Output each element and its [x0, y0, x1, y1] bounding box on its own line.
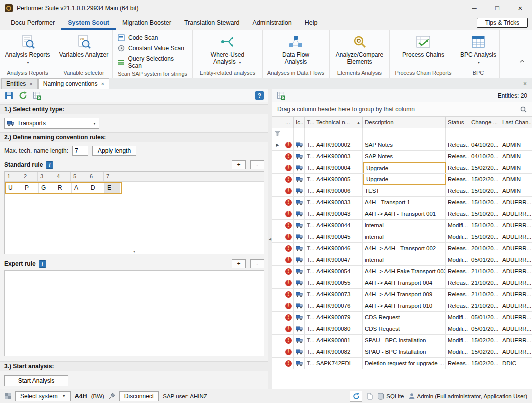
table-row[interactable]: ▶ ! T... A4HK900003 SAP Notes Releas... …	[272, 151, 532, 162]
splitter-collapse-icon[interactable]: ◀	[269, 237, 271, 241]
rule-column-header[interactable]: 3	[38, 172, 54, 181]
grid-filter-row[interactable]	[272, 128, 532, 139]
column-header-description[interactable]: Description	[363, 117, 446, 128]
table-row[interactable]: ▶ ! T... A4HK900081 SPAU - BPC Installat…	[272, 335, 532, 346]
query-selections-scan-button[interactable]: Query Selections Scan	[118, 55, 187, 69]
close-button[interactable]: ×	[509, 0, 532, 16]
maximize-button[interactable]: □	[486, 0, 509, 16]
tab-help[interactable]: Help	[298, 17, 324, 30]
rule-column-header[interactable]: 7	[104, 172, 120, 181]
variables-analyzer-button[interactable]: Variables Analyzer	[59, 32, 109, 58]
table-row[interactable]: ▶ ! T... A4HK900055 A4H -> A4H Transport…	[272, 277, 532, 289]
table-row[interactable]: ▶ ! T... A4HK900045 internal Modifi... 1…	[272, 231, 532, 243]
expert-rule-label: Expert rule	[4, 260, 36, 267]
column-header-icon[interactable]: Ic...	[294, 117, 305, 128]
table-row[interactable]: ▶ ! T... A4HK900073 A4H -> A4H Transport…	[272, 289, 532, 300]
analysis-reports-button[interactable]: Analysis Reports ▼	[3, 32, 53, 66]
table-row[interactable]: ▶ ! T... A4HK900044 internal Modifi... 1…	[272, 220, 532, 231]
rule-cell[interactable]: U	[6, 183, 22, 193]
rule-column-header[interactable]: 2	[21, 172, 38, 181]
cell-status: Releas...	[446, 174, 469, 185]
column-header-status[interactable]: Status	[446, 117, 469, 128]
chevron-down-icon[interactable]: ▼	[90, 118, 99, 128]
constant-value-scan-button[interactable]: Constant Value Scan	[118, 45, 187, 52]
rule-cell[interactable]: R	[55, 183, 72, 193]
expander-icon[interactable]: ▼	[133, 250, 136, 253]
disconnect-button[interactable]: Disconnect	[119, 391, 159, 401]
sync-button[interactable]	[350, 391, 362, 402]
group-by-panel[interactable]: Drag a column header here to group by th…	[272, 102, 532, 117]
apply-length-button[interactable]: Apply length	[92, 146, 136, 156]
rule-cell[interactable]: P	[22, 183, 39, 193]
minimize-button[interactable]: ─	[463, 0, 486, 16]
table-row[interactable]: ▶ ! T... A4HK900006 TEST Releas... 15/10…	[272, 185, 532, 197]
column-header-technical-name[interactable]: Technical n... ▲	[314, 117, 363, 128]
where-used-analysis-button[interactable]: Where-Used Analysis ▼	[203, 32, 253, 66]
column-header-change-date[interactable]: Change ...	[469, 117, 500, 128]
process-chains-button[interactable]: Process Chains	[402, 32, 444, 58]
help-button[interactable]: ?	[255, 91, 264, 100]
remove-rule-button[interactable]: -	[250, 160, 264, 169]
tab-close-icon[interactable]: ×	[101, 81, 104, 87]
max-length-input[interactable]	[72, 146, 88, 156]
table-row[interactable]: ▶ ! T... A4HK900080 CDS Request Modifi..…	[272, 323, 532, 335]
rule-column-header[interactable]: 5	[71, 172, 87, 181]
table-row[interactable]: ▶ ! T... SAPK742EDL Deletion request for…	[272, 358, 532, 369]
rule-column-header[interactable]: 4	[54, 172, 71, 181]
rule-cell[interactable]: G	[39, 183, 55, 193]
table-row[interactable]: ▶ ! T... A4HK900054 A4H -> A4H Fake Tran…	[272, 266, 532, 277]
select-system-button[interactable]: Select system ▼	[15, 391, 71, 401]
rule-cell[interactable]: A	[72, 183, 88, 193]
table-row[interactable]: ▶ ! T... A4HK900005 Upgrade Releas... 15…	[272, 174, 532, 185]
tab-system-scout[interactable]: System Scout	[61, 17, 116, 30]
panel-splitter[interactable]: ◀	[268, 89, 272, 389]
rule-cell[interactable]: E	[105, 183, 120, 193]
table-row[interactable]: ▶ ! T... A4HK900002 SAP Notes Releas... …	[272, 139, 532, 151]
add-rule-button[interactable]: +	[232, 160, 246, 169]
table-row[interactable]: ▶ ! T... A4HK900079 CDS Request Modifi..…	[272, 312, 532, 323]
doc-tab-naming-conventions[interactable]: Naming conventions ×	[38, 78, 109, 89]
rule-cell[interactable]: D	[88, 183, 105, 193]
cell-type: T...	[305, 185, 314, 196]
table-row[interactable]: ▶ ! T... A4HK900043 A4H -> A4H - Transpo…	[272, 208, 532, 220]
table-row[interactable]: ▶ ! T... A4HK900046 A4H -> A4H - Transpo…	[272, 243, 532, 254]
code-scan-button[interactable]: Code Scan	[118, 34, 187, 41]
export-excel-button[interactable]	[277, 91, 285, 100]
column-header-last-changed[interactable]: Last Chan...	[500, 117, 532, 128]
table-row[interactable]: ▶ ! T... A4HK900004 Upgrade Releas... 15…	[272, 162, 532, 174]
tips-and-tricks-button[interactable]: Tips & Tricks	[477, 18, 528, 28]
tab-translation-steward[interactable]: Translation Steward	[178, 17, 246, 30]
tab-administration[interactable]: Administration	[246, 17, 298, 30]
filter-funnel-icon[interactable]	[275, 131, 280, 136]
remove-expert-rule-button[interactable]: -	[250, 259, 264, 268]
analyze-compare-elements-button[interactable]: Analyze/Compare Elements	[335, 32, 385, 65]
tab-migration-booster[interactable]: Migration Booster	[116, 17, 178, 30]
tab-close-icon[interactable]: ×	[29, 81, 32, 87]
bpc-analysis-button[interactable]: BPC Analysis ▼	[457, 32, 499, 66]
info-icon[interactable]: i	[39, 260, 46, 268]
tab-docu-performer[interactable]: Docu Performer	[4, 17, 61, 30]
table-row[interactable]: ▶ ! T... A4HK900082 SPAU - BPC Installat…	[272, 346, 532, 358]
export-excel-button[interactable]	[33, 91, 41, 100]
warning-icon: !	[285, 257, 292, 263]
info-icon[interactable]: i	[46, 161, 53, 169]
tabstrip-close-icon[interactable]: ×	[523, 81, 527, 87]
rule-column-header[interactable]: 1	[5, 172, 21, 181]
table-row[interactable]: ▶ ! T... A4HK900076 A4H -> A4H Transport…	[272, 300, 532, 312]
ribbon-collapse-button[interactable]	[520, 60, 525, 63]
table-row[interactable]: ▶ ! T... A4HK900033 A4H - Transport 1 Re…	[272, 197, 532, 208]
rule-column-header[interactable]: 6	[87, 172, 104, 181]
data-flow-analysis-button[interactable]: Data Flow Analysis	[271, 32, 321, 65]
expert-rule-grid[interactable]	[4, 270, 264, 356]
add-expert-rule-button[interactable]: +	[232, 259, 246, 268]
search-icon[interactable]	[520, 106, 527, 113]
column-header-warning[interactable]: ...	[283, 117, 294, 128]
log-page-icon[interactable]	[366, 393, 373, 400]
start-analysis-button[interactable]: Start Analysis	[4, 375, 68, 386]
column-header-type[interactable]: T...	[305, 117, 314, 128]
doc-tab-entities[interactable]: Entities ×	[1, 78, 38, 89]
save-button[interactable]	[5, 91, 13, 100]
entity-type-dropdown[interactable]: Transports ▼	[4, 118, 99, 129]
refresh-button[interactable]	[19, 91, 27, 100]
table-row[interactable]: ▶ ! T... A4HK900047 internal Modifi... 0…	[272, 254, 532, 266]
